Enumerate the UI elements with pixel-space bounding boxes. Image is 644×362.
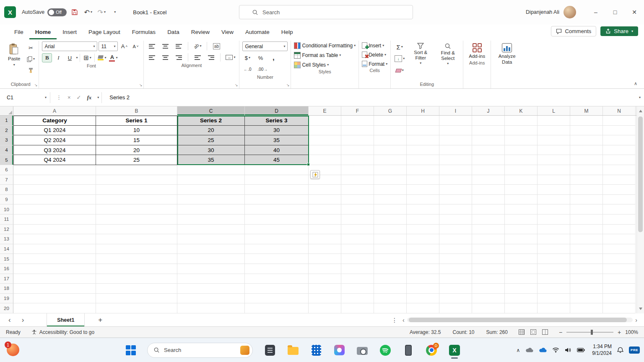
cell-N14[interactable] [603, 244, 636, 254]
cell-F13[interactable] [341, 234, 374, 244]
collapse-ribbon-button[interactable]: ∧ [634, 81, 637, 86]
cell-D17[interactable] [245, 274, 309, 284]
normal-view-button[interactable] [519, 329, 525, 335]
cell-N2[interactable] [603, 126, 636, 136]
fill-color-button[interactable]: ▾ [97, 53, 107, 62]
cell-L20[interactable] [538, 303, 570, 313]
cell-G10[interactable] [374, 204, 407, 215]
cell-N19[interactable] [603, 294, 636, 304]
cell-M17[interactable] [570, 274, 603, 284]
status-average[interactable]: Average: 32.5 [410, 329, 441, 335]
cell-M16[interactable] [570, 264, 603, 274]
cell-C1[interactable]: Series 2 [177, 116, 245, 126]
taskbar-clock[interactable]: 1:34 PM 9/1/2024 [592, 344, 612, 357]
number-format-combo[interactable]: General▾ [242, 41, 288, 51]
add-ins-button[interactable]: Add-ins [466, 41, 488, 59]
cell-K13[interactable] [505, 234, 538, 244]
cell-I3[interactable] [439, 135, 472, 145]
cell-N5[interactable] [603, 155, 636, 165]
font-size-combo[interactable]: 11▾ [99, 41, 118, 51]
cell-A12[interactable] [13, 225, 96, 235]
cell-D12[interactable] [245, 225, 309, 235]
start-button[interactable] [126, 345, 136, 355]
cell-B13[interactable] [96, 234, 177, 244]
minimize-button[interactable]: – [586, 0, 605, 24]
cell-F18[interactable] [341, 284, 374, 294]
align-right-button[interactable] [174, 53, 184, 62]
cell-G5[interactable] [374, 155, 407, 165]
cell-K2[interactable] [505, 126, 538, 136]
cell-B16[interactable] [96, 264, 177, 274]
cell-I10[interactable] [439, 204, 472, 215]
cell-H15[interactable] [407, 254, 439, 264]
font-name-combo[interactable]: Arial▾ [42, 41, 97, 51]
cell-C14[interactable] [177, 244, 245, 254]
cell-E20[interactable] [309, 303, 341, 313]
quick-analysis-button[interactable] [310, 170, 320, 179]
paint-app-icon[interactable] [333, 344, 345, 356]
cell-E2[interactable] [309, 126, 341, 136]
cell-F12[interactable] [341, 225, 374, 235]
horizontal-scrollbar[interactable]: ‹ › [402, 317, 637, 323]
cell-A3[interactable]: Q2 2024 [13, 135, 96, 145]
cell-F6[interactable] [341, 165, 374, 175]
top-align-button[interactable] [147, 41, 157, 51]
status-sum[interactable]: Sum: 260 [486, 329, 508, 335]
cell-N12[interactable] [603, 225, 636, 235]
cell-N20[interactable] [603, 303, 636, 313]
cell-G17[interactable] [374, 274, 407, 284]
cell-J5[interactable] [472, 155, 505, 165]
cell-B2[interactable]: 10 [96, 126, 177, 136]
cell-E13[interactable] [309, 234, 341, 244]
tab-data[interactable]: Data [161, 24, 185, 39]
cell-H13[interactable] [407, 234, 439, 244]
cell-H12[interactable] [407, 225, 439, 235]
column-header-A[interactable]: A [13, 106, 96, 115]
column-header-H[interactable]: H [407, 106, 439, 115]
search-highlight-icon[interactable] [240, 346, 249, 355]
find-select-button[interactable]: Find & Select ▾ [436, 41, 460, 65]
scroll-down-arrow[interactable] [639, 308, 642, 310]
cell-N3[interactable] [603, 135, 636, 145]
cell-E4[interactable] [309, 145, 341, 155]
wrap-text-button[interactable]: ab [211, 41, 221, 51]
cell-K16[interactable] [505, 264, 538, 274]
paste-button[interactable]: Paste ▾ [5, 41, 23, 67]
cell-N1[interactable] [603, 116, 636, 126]
column-header-G[interactable]: G [374, 106, 407, 115]
cell-M2[interactable] [570, 126, 603, 136]
cell-J2[interactable] [472, 126, 505, 136]
cell-F4[interactable] [341, 145, 374, 155]
cell-L19[interactable] [538, 294, 570, 304]
cell-M3[interactable] [570, 135, 603, 145]
cell-B4[interactable]: 20 [96, 145, 177, 155]
column-header-B[interactable]: B [96, 106, 177, 115]
next-sheet-button[interactable]: › [22, 316, 24, 324]
cell-H4[interactable] [407, 145, 439, 155]
cell-A20[interactable] [13, 303, 96, 313]
previous-sheet-button[interactable]: ‹ [8, 316, 11, 324]
tab-insert[interactable]: Insert [57, 24, 83, 39]
orientation-button[interactable]: ab▾ [192, 41, 203, 51]
cell-E18[interactable] [309, 284, 341, 294]
cell-A17[interactable] [13, 274, 96, 284]
cell-G14[interactable] [374, 244, 407, 254]
cell-I16[interactable] [439, 264, 472, 274]
cell-F14[interactable] [341, 244, 374, 254]
cell-I14[interactable] [439, 244, 472, 254]
increase-font-button[interactable]: A˄ [119, 42, 129, 51]
cell-F9[interactable] [341, 195, 374, 205]
cell-E11[interactable] [309, 215, 341, 225]
tab-help[interactable]: Help [275, 24, 299, 39]
row-header-1[interactable]: 1 [0, 116, 13, 126]
enter-button[interactable]: ✓ [77, 94, 81, 101]
cell-A18[interactable] [13, 284, 96, 294]
cell-L11[interactable] [538, 215, 570, 225]
cell-N9[interactable] [603, 195, 636, 205]
insert-function-button[interactable]: fx [87, 94, 92, 101]
column-header-C[interactable]: C [177, 106, 245, 115]
formula-kebab[interactable]: ⋮ [56, 94, 62, 101]
copy-button[interactable]: ▾ [26, 54, 36, 64]
cell-L2[interactable] [538, 126, 570, 136]
cell-J10[interactable] [472, 204, 505, 215]
